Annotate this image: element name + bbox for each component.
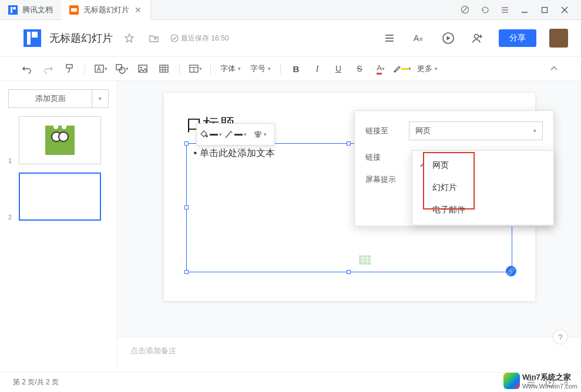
text-color-icon[interactable]: A▾	[371, 60, 390, 77]
text-box-icon[interactable]: A▾	[91, 60, 110, 77]
watermark-logo	[503, 373, 520, 389]
svg-point-21	[475, 35, 479, 39]
add-page-button-group: 添加页面 ▾	[8, 89, 109, 108]
svg-text:≡: ≡	[419, 36, 423, 42]
table-icon[interactable]	[155, 60, 173, 77]
highlight-color-icon[interactable]: ▾	[392, 60, 411, 77]
link-type-select[interactable]: 网页 ▾	[409, 121, 543, 140]
dropdown-option-slide[interactable]: 幻灯片	[412, 177, 553, 199]
svg-point-39	[206, 135, 208, 137]
link-indicator-icon[interactable]: 🔗	[506, 266, 516, 276]
font-family-dropdown[interactable]: 字体▾	[217, 63, 244, 74]
close-window-icon[interactable]	[560, 5, 569, 15]
link-label: 链接	[365, 152, 401, 163]
bold-icon[interactable]: B	[287, 60, 305, 77]
add-page-dropdown[interactable]: ▾	[92, 89, 109, 108]
underline-icon[interactable]: U	[329, 60, 348, 77]
tencent-docs-icon	[8, 5, 18, 15]
slide-canvas[interactable]: 口标题 ▾ ▾ ▾ • 单击此处添加文本	[164, 93, 535, 301]
more-dropdown[interactable]: 更多▾	[414, 63, 441, 74]
header: 无标题幻灯片 最近保存 16:50 A≡ 分享	[0, 20, 581, 56]
format-painter-icon[interactable]	[60, 60, 79, 77]
tab-label: 腾讯文档	[22, 5, 53, 15]
folder-move-icon[interactable]	[146, 30, 162, 46]
page-info: 第 2 页/共 2 页	[13, 377, 59, 387]
notes-panel[interactable]: 点击添加备注 ?	[117, 337, 581, 372]
svg-line-6	[462, 7, 468, 12]
layout-icon[interactable]: ▾	[186, 60, 204, 77]
add-page-button[interactable]: 添加页面	[8, 89, 92, 108]
resize-handle[interactable]	[184, 205, 189, 209]
svg-rect-4	[71, 8, 77, 12]
save-status: 最近保存 16:50	[170, 33, 229, 43]
refresh-icon[interactable]	[480, 5, 489, 15]
dropdown-option-email[interactable]: 电子邮件	[412, 199, 553, 221]
toolbar: A▾ ▾ ▾ 字体▾ 字号▾ B I U S A▾ ▾ 更多▾	[0, 56, 581, 81]
svg-rect-31	[160, 65, 168, 72]
floating-toolbar: ▾ ▾ ▾	[196, 123, 275, 146]
svg-rect-27	[116, 65, 122, 70]
minimize-icon[interactable]	[520, 5, 529, 15]
slides-sidebar: 添加页面 ▾ 1 2	[0, 81, 117, 372]
strikethrough-icon[interactable]: S	[350, 60, 369, 77]
maximize-icon[interactable]	[540, 5, 549, 15]
watermark: Win7系统之家 Www.Winwin7.com	[503, 372, 577, 390]
dropdown-option-webpage[interactable]: ✓ 网页	[412, 154, 553, 177]
main-area: 添加页面 ▾ 1 2 口标题 ▾ ▾ ▾	[0, 81, 581, 372]
check-icon: ✓	[419, 161, 425, 169]
svg-rect-0	[8, 5, 18, 15]
play-icon[interactable]	[440, 30, 456, 46]
fill-color-icon[interactable]: ▾	[199, 126, 223, 143]
svg-rect-2	[13, 7, 16, 9]
svg-rect-11	[542, 7, 548, 12]
undo-icon[interactable]	[18, 60, 36, 77]
slide-thumbnail[interactable]	[19, 116, 101, 164]
share-button[interactable]: 分享	[499, 29, 536, 47]
chevron-down-icon: ▾	[533, 128, 536, 134]
svg-rect-24	[66, 65, 72, 68]
user-avatar[interactable]	[549, 29, 568, 48]
canvas-area: 口标题 ▾ ▾ ▾ • 单击此处添加文本	[117, 81, 581, 372]
border-icon[interactable]: ▾	[224, 126, 247, 143]
tab-label: 无标题幻灯片	[83, 5, 129, 15]
slide-thumb-2[interactable]: 2	[8, 173, 109, 221]
help-button[interactable]: ?	[553, 329, 568, 344]
add-user-icon[interactable]	[469, 30, 486, 46]
collapse-toolbar-icon[interactable]	[545, 60, 563, 77]
notes-placeholder: 点击添加备注	[130, 346, 176, 355]
resize-handle[interactable]	[347, 270, 351, 274]
image-icon[interactable]	[133, 60, 152, 77]
slide-thumb-1[interactable]: 1	[8, 116, 109, 164]
font-style-icon[interactable]: A≡	[411, 30, 427, 46]
slides-icon	[69, 5, 79, 15]
link-to-label: 链接至	[365, 126, 401, 136]
svg-point-28	[119, 67, 125, 73]
shape-icon[interactable]: ▾	[112, 60, 131, 77]
svg-point-14	[171, 35, 178, 42]
link-type-dropdown: ✓ 网页 幻灯片 电子邮件	[412, 150, 554, 225]
slide-thumbnail[interactable]	[19, 173, 101, 221]
tab-tencent-docs[interactable]: 腾讯文档	[0, 0, 61, 20]
svg-text:A: A	[97, 66, 101, 72]
align-icon[interactable]: ▾	[248, 126, 272, 143]
close-tab-icon[interactable]: ✕	[134, 6, 142, 14]
tab-bar: 腾讯文档 无标题幻灯片 ✕	[0, 0, 581, 20]
block-icon[interactable]	[460, 5, 469, 15]
app-logo[interactable]	[23, 29, 41, 47]
document-title[interactable]: 无标题幻灯片	[49, 31, 113, 45]
italic-icon[interactable]: I	[308, 60, 327, 77]
tab-untitled-slides[interactable]: 无标题幻灯片 ✕	[61, 0, 151, 20]
svg-text:A: A	[414, 33, 419, 43]
resize-handle[interactable]	[347, 141, 351, 146]
resize-handle[interactable]	[184, 141, 189, 146]
svg-rect-1	[11, 7, 12, 13]
svg-point-30	[140, 67, 142, 69]
resize-handle[interactable]	[184, 270, 189, 274]
redo-icon[interactable]	[39, 60, 58, 77]
tooltip-label: 屏幕提示	[365, 174, 401, 185]
menu-icon[interactable]	[500, 5, 509, 15]
star-icon[interactable]	[121, 30, 137, 46]
outline-icon[interactable]	[381, 30, 398, 46]
font-size-dropdown[interactable]: 字号▾	[247, 63, 274, 74]
svg-rect-43	[359, 255, 371, 265]
